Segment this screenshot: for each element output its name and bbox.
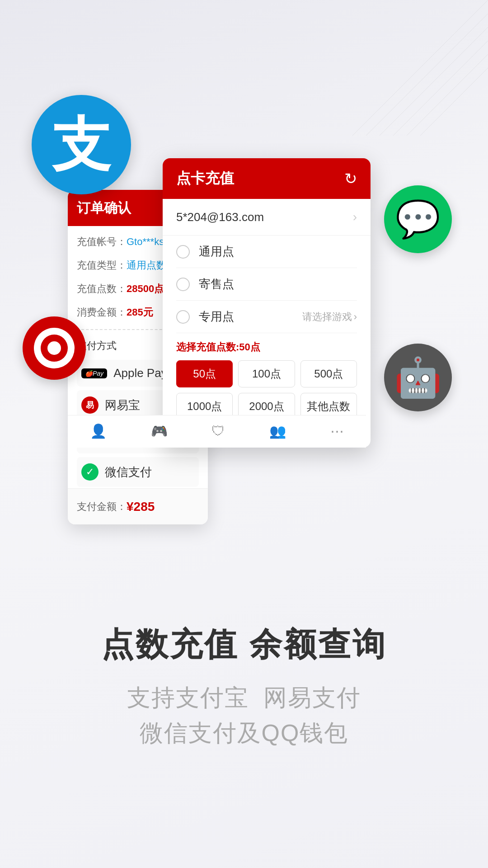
android-logo: 🤖	[384, 344, 452, 411]
nav-tab-game[interactable]: 🎮	[151, 423, 168, 440]
points-label: 充值点数：	[77, 282, 127, 296]
apple-pay-icon-box: 🍎Pay	[81, 368, 107, 378]
payment-total-bar: 支付金额： ¥ 285	[68, 488, 208, 524]
shield-icon: 🛡	[211, 424, 225, 439]
payment-total-amount: 285	[134, 500, 155, 514]
app-bottom-nav: 👤 🎮 🛡 👥 ⋯	[68, 415, 366, 448]
wechat-logo: 💬	[384, 185, 452, 253]
netease-inner	[34, 328, 75, 368]
radio-special-points[interactable]: 专用点 请选择游戏 ›	[176, 301, 357, 333]
wechat-pay-label: 微信支付	[105, 464, 152, 480]
points-btn-100[interactable]: 100点	[238, 360, 295, 387]
radio-consignment-label: 寄售点	[199, 276, 357, 292]
points-select-prefix: 选择充值点数:	[176, 341, 239, 353]
friends-icon: 👥	[269, 423, 286, 439]
netease-logo	[23, 316, 86, 380]
payment-total-currency: ¥	[127, 500, 134, 514]
netease-pay-icon: 易	[81, 396, 99, 414]
radio-consignment-points[interactable]: 寄售点	[176, 268, 357, 301]
radio-general-circle	[176, 245, 190, 259]
nav-tab-friends[interactable]: 👥	[269, 423, 286, 440]
payment-option-wechat[interactable]: ✓ 微信支付	[77, 457, 199, 487]
type-label: 充值类型：	[77, 259, 127, 272]
points-grid: 50点 100点 500点 1000点 2000点 其他点数	[176, 360, 357, 420]
points-selector: 选择充值点数:50点 50点 100点 500点 1000点 2000点 其他点…	[163, 333, 371, 427]
recharge-title: 点卡充值	[176, 169, 234, 189]
alipay-logo: 支	[32, 95, 131, 194]
wechat-icon: 💬	[395, 198, 441, 241]
email-row[interactable]: 5*204@163.com ›	[163, 199, 371, 236]
sub-promo-title: 支持支付宝 网易支付微信支付及QQ钱包	[27, 680, 461, 750]
apple-pay-label: Apple Pay	[113, 366, 167, 380]
order-card-header-text: 订单确认	[77, 199, 131, 217]
more-icon: ⋯	[330, 423, 344, 439]
android-icon: 🤖	[394, 355, 442, 400]
email-text: 5*204@163.com	[176, 210, 264, 224]
profile-icon: 👤	[90, 423, 107, 439]
radio-general-label: 通用点	[199, 244, 357, 259]
radio-special-label: 专用点	[199, 309, 302, 325]
alipay-char: 支	[52, 115, 111, 174]
main-promo-title: 点数充值 余额查询	[27, 623, 461, 666]
recharge-card-header: 点卡充值 ↻	[163, 158, 371, 199]
screenshot-area: 支 💬 🤖 订单确认 充值帐号： Gto***ksn 充值类型： 通用点数 充值…	[23, 77, 465, 448]
payment-total-label: 支付金额：	[77, 500, 127, 514]
amount-value: 285元	[127, 306, 153, 319]
apple-pay-icon-text: 🍎Pay	[85, 370, 103, 377]
radio-options-group: 通用点 寄售点 专用点 请选择游戏 ›	[163, 236, 371, 333]
nav-tab-more[interactable]: ⋯	[330, 423, 344, 440]
game-icon: 🎮	[151, 423, 168, 439]
refresh-icon[interactable]: ↻	[344, 170, 357, 188]
game-chevron-icon: ›	[354, 311, 357, 323]
radio-general-points[interactable]: 通用点	[176, 236, 357, 268]
wechat-pay-icon: ✓	[81, 463, 99, 481]
radio-consignment-circle	[176, 278, 190, 291]
amount-label: 消费金额：	[77, 306, 127, 319]
radio-special-circle	[176, 310, 190, 324]
bottom-text-section: 点数充值 余额查询 支持支付宝 网易支付微信支付及QQ钱包	[0, 605, 488, 769]
game-select-text: 请选择游戏	[302, 310, 352, 324]
recharge-card: 点卡充值 ↻ 5*204@163.com › 通用点 寄售点 专用点 请选择游戏	[163, 158, 371, 448]
netease-pay-label: 网易宝	[105, 397, 140, 413]
nav-tab-shield[interactable]: 🛡	[211, 424, 225, 440]
points-select-label: 选择充值点数:50点	[176, 340, 357, 354]
type-value: 通用点数	[127, 259, 166, 272]
account-label: 充值帐号：	[77, 235, 127, 249]
nav-tab-profile[interactable]: 👤	[90, 423, 107, 440]
email-chevron-icon: ›	[353, 210, 357, 224]
points-btn-50[interactable]: 50点	[176, 360, 233, 387]
points-btn-500[interactable]: 500点	[300, 360, 357, 387]
points-value: 28500点	[127, 282, 164, 296]
points-selected-value: 50点	[239, 341, 260, 353]
